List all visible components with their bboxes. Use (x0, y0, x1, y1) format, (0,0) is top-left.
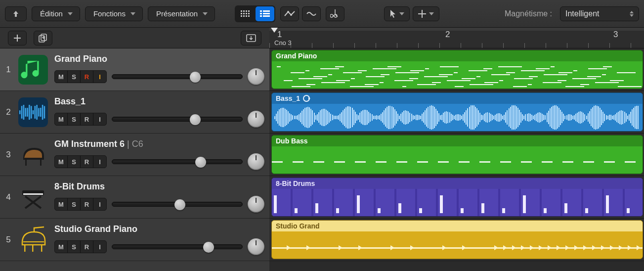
clip-body (272, 61, 643, 89)
input-monitor-button[interactable]: I (93, 113, 106, 125)
mute-button[interactable]: M (55, 156, 68, 168)
volume-slider[interactable] (112, 117, 243, 122)
record-enable-button[interactable]: R (81, 113, 93, 125)
automation-button[interactable] (280, 6, 299, 21)
presentation-menu[interactable]: Présentation (148, 6, 215, 21)
magnetism-select[interactable]: Intelligent (560, 6, 639, 21)
svg-rect-26 (25, 108, 26, 116)
region-clip[interactable]: Bass_1 (271, 92, 643, 132)
clip-title: Grand Piano (272, 50, 643, 61)
left-tool-picker[interactable] (384, 6, 410, 21)
track-icon[interactable] (17, 224, 49, 256)
svg-rect-37 (25, 160, 27, 166)
mute-button[interactable]: M (55, 198, 68, 210)
solo-button[interactable]: S (68, 156, 81, 168)
pan-knob[interactable] (248, 111, 264, 128)
track-details: Studio Grand Piano M S R I (54, 224, 264, 255)
svg-point-18 (287, 11, 289, 13)
input-monitor-button[interactable]: I (93, 198, 106, 210)
list-view-button[interactable] (256, 6, 274, 21)
region-clip[interactable]: Grand Piano (271, 50, 643, 89)
pan-knob[interactable] (248, 153, 264, 170)
track-row[interactable]: 5 Studio Grand Piano M S R I (0, 219, 269, 261)
volume-thumb[interactable] (195, 157, 206, 168)
ruler[interactable]: 1 2 3 Cno 3 (269, 28, 644, 48)
track-icon[interactable] (17, 138, 49, 171)
mute-button[interactable]: M (55, 241, 68, 253)
volume-thumb[interactable] (174, 199, 185, 210)
track-name[interactable]: Grand Piano (54, 54, 264, 64)
track-row[interactable]: 3 GM Instrument 6 | C6 M S R I (0, 134, 269, 176)
edit-menu[interactable]: Édition (32, 6, 80, 21)
functions-menu-label: Fonctions (93, 9, 126, 18)
record-enable-button[interactable]: R (81, 71, 93, 83)
track-row[interactable]: 4 8-Bit Drums M S R I (0, 176, 269, 219)
split-tool-button[interactable] (326, 6, 344, 21)
track-name[interactable]: Studio Grand Piano (54, 224, 264, 234)
track-list-panel: 1 Grand Piano M S R I 2 Bass_1 (0, 28, 269, 271)
clip-row[interactable]: Dub Bass (269, 134, 644, 176)
mute-button[interactable]: M (55, 71, 68, 83)
clip-title: Dub Bass (272, 136, 643, 146)
volume-slider[interactable] (112, 244, 243, 249)
global-tracks-button[interactable] (241, 31, 261, 45)
automation-group (280, 6, 321, 21)
svg-rect-5 (243, 13, 245, 14)
automation-icon (284, 10, 295, 18)
volume-slider[interactable] (112, 74, 243, 79)
msri-buttons: M S R I (54, 198, 107, 211)
svg-rect-31 (35, 106, 36, 119)
track-icon[interactable] (17, 181, 49, 214)
duplicate-track-button[interactable] (34, 31, 52, 45)
volume-thumb[interactable] (190, 72, 201, 83)
track-rows: 1 Grand Piano M S R I 2 Bass_1 (0, 48, 269, 271)
right-tool-picker[interactable] (413, 6, 439, 21)
volume-thumb[interactable] (190, 114, 201, 125)
back-button[interactable] (5, 6, 27, 21)
region-clip[interactable]: Dub Bass (271, 135, 643, 174)
solo-button[interactable]: S (68, 198, 81, 210)
pan-knob[interactable] (248, 238, 264, 255)
track-number: 2 (0, 107, 17, 117)
volume-slider[interactable] (112, 202, 243, 207)
magnetism-value: Intelligent (565, 9, 600, 18)
volume-thumb[interactable] (203, 242, 214, 253)
clip-row[interactable]: 8-Bit Drums (269, 176, 644, 219)
mute-button[interactable]: M (55, 113, 68, 125)
pan-knob[interactable] (248, 196, 264, 213)
track-row[interactable]: 2 Bass_1 M S R I (0, 91, 269, 134)
track-name[interactable]: 8-Bit Drums (54, 181, 264, 192)
clip-title: Studio Grand (272, 221, 643, 231)
volume-slider[interactable] (112, 159, 243, 164)
track-name[interactable]: GM Instrument 6 | C6 (54, 139, 264, 149)
solo-button[interactable]: S (68, 113, 81, 125)
track-icon[interactable] (17, 96, 49, 129)
record-enable-button[interactable]: R (81, 198, 93, 210)
track-icon[interactable] (17, 53, 49, 86)
region-clip[interactable]: Studio Grand (271, 220, 643, 259)
input-monitor-button[interactable]: I (93, 156, 106, 168)
solo-button[interactable]: S (68, 71, 81, 83)
clip-row[interactable]: Bass_1 (269, 91, 644, 134)
svg-rect-4 (241, 13, 242, 14)
record-enable-button[interactable]: R (81, 241, 93, 253)
up-arrow-icon (11, 9, 20, 18)
pan-knob[interactable] (248, 68, 264, 85)
clip-row[interactable]: Grand Piano (269, 48, 644, 91)
svg-rect-29 (31, 106, 32, 118)
flex-button[interactable] (302, 6, 321, 21)
solo-button[interactable]: S (68, 241, 81, 253)
svg-rect-14 (260, 13, 262, 14)
track-name[interactable]: Bass_1 (54, 96, 264, 107)
clip-row[interactable]: Studio Grand (269, 219, 644, 261)
add-track-button[interactable] (8, 31, 27, 45)
grid-view-button[interactable] (236, 6, 255, 21)
input-monitor-button[interactable]: I (93, 241, 106, 253)
functions-menu[interactable]: Fonctions (85, 6, 143, 21)
region-clip[interactable]: 8-Bit Drums (271, 178, 643, 217)
arrange-area[interactable]: 1 2 3 Cno 3 Grand Piano Bass_1 Dub Bass … (269, 28, 644, 271)
input-monitor-button[interactable]: I (93, 71, 106, 83)
track-row[interactable]: 1 Grand Piano M S R I (0, 48, 269, 91)
record-enable-button[interactable]: R (81, 156, 93, 168)
svg-rect-0 (241, 10, 242, 12)
